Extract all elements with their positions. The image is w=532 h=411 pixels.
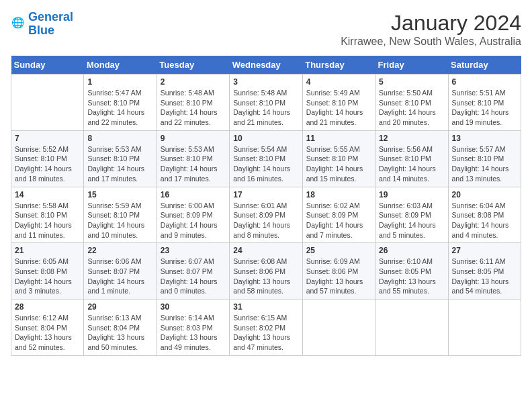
day-number: 15 [87,190,152,199]
day-number: 14 [15,190,80,199]
day-number: 25 [306,246,371,255]
calendar-day-cell: 2Sunrise: 5:48 AM Sunset: 8:10 PM Daylig… [157,75,229,131]
day-number: 2 [161,77,226,87]
day-number: 8 [87,134,152,143]
day-info: Sunrise: 6:15 AM Sunset: 8:02 PM Dayligh… [233,313,298,353]
day-info: Sunrise: 5:50 AM Sunset: 8:10 PM Dayligh… [379,88,444,128]
header-monday: Monday [84,56,157,75]
header-tuesday: Tuesday [157,56,229,75]
calendar-day-cell: 13Sunrise: 5:57 AM Sunset: 8:10 PM Dayli… [448,130,521,187]
day-number: 6 [452,77,517,87]
header: 🌐 General Blue January 2024 Kirrawee, Ne… [11,11,521,48]
location-subtitle: Kirrawee, New South Wales, Australia [341,36,521,48]
day-info: Sunrise: 6:04 AM Sunset: 8:08 PM Dayligh… [452,201,517,240]
day-number: 11 [306,134,371,143]
day-number: 27 [452,246,517,255]
day-number: 12 [379,134,444,143]
calendar-day-cell: 12Sunrise: 5:56 AM Sunset: 8:10 PM Dayli… [375,130,448,187]
svg-text:🌐: 🌐 [11,16,25,29]
day-info: Sunrise: 6:01 AM Sunset: 8:09 PM Dayligh… [233,201,298,240]
calendar-day-cell: 17Sunrise: 6:01 AM Sunset: 8:09 PM Dayli… [230,187,302,243]
calendar-day-cell: 5Sunrise: 5:50 AM Sunset: 8:10 PM Daylig… [375,75,448,131]
day-number: 4 [306,77,371,87]
day-number: 29 [87,302,152,312]
day-number: 1 [87,77,152,87]
day-info: Sunrise: 6:02 AM Sunset: 8:09 PM Dayligh… [306,201,371,240]
day-number: 30 [161,302,226,312]
day-info: Sunrise: 6:08 AM Sunset: 8:06 PM Dayligh… [233,257,298,296]
day-info: Sunrise: 5:51 AM Sunset: 8:10 PM Dayligh… [452,88,517,128]
day-number: 16 [161,190,226,199]
calendar-day-cell [302,300,375,356]
header-thursday: Thursday [302,56,375,75]
calendar-day-cell: 26Sunrise: 6:10 AM Sunset: 8:05 PM Dayli… [375,243,448,300]
day-info: Sunrise: 5:55 AM Sunset: 8:10 PM Dayligh… [306,144,371,184]
day-number: 10 [233,134,298,143]
day-number: 22 [87,246,152,255]
calendar-day-cell: 31Sunrise: 6:15 AM Sunset: 8:02 PM Dayli… [230,300,302,356]
day-info: Sunrise: 5:47 AM Sunset: 8:10 PM Dayligh… [87,88,152,128]
day-info: Sunrise: 6:09 AM Sunset: 8:06 PM Dayligh… [306,257,371,296]
calendar-day-cell: 30Sunrise: 6:14 AM Sunset: 8:03 PM Dayli… [157,300,229,356]
day-info: Sunrise: 6:10 AM Sunset: 8:05 PM Dayligh… [379,257,444,296]
header-wednesday: Wednesday [230,56,302,75]
calendar-day-cell: 14Sunrise: 5:58 AM Sunset: 8:10 PM Dayli… [11,187,84,243]
day-number: 20 [452,190,517,199]
day-number: 31 [233,302,298,312]
day-number: 26 [379,246,444,255]
calendar-day-cell: 11Sunrise: 5:55 AM Sunset: 8:10 PM Dayli… [302,130,375,187]
calendar-week-row: 1Sunrise: 5:47 AM Sunset: 8:10 PM Daylig… [11,75,521,131]
day-number: 17 [233,190,298,199]
calendar-day-cell: 29Sunrise: 6:13 AM Sunset: 8:04 PM Dayli… [84,300,157,356]
day-info: Sunrise: 6:06 AM Sunset: 8:07 PM Dayligh… [87,257,152,296]
day-number: 18 [306,190,371,199]
calendar-day-cell: 6Sunrise: 5:51 AM Sunset: 8:10 PM Daylig… [448,75,521,131]
calendar-day-cell: 18Sunrise: 6:02 AM Sunset: 8:09 PM Dayli… [302,187,375,243]
day-number: 28 [15,302,80,312]
day-info: Sunrise: 5:54 AM Sunset: 8:10 PM Dayligh… [233,144,298,184]
calendar-week-row: 28Sunrise: 6:12 AM Sunset: 8:04 PM Dayli… [11,300,521,356]
logo-line2: Blue [28,24,73,38]
day-info: Sunrise: 5:52 AM Sunset: 8:10 PM Dayligh… [15,144,80,184]
day-info: Sunrise: 6:03 AM Sunset: 8:09 PM Dayligh… [379,201,444,240]
day-number: 19 [379,190,444,199]
calendar-day-cell: 23Sunrise: 6:07 AM Sunset: 8:07 PM Dayli… [157,243,229,300]
day-number: 23 [161,246,226,255]
day-info: Sunrise: 6:05 AM Sunset: 8:08 PM Dayligh… [15,257,80,296]
day-info: Sunrise: 6:14 AM Sunset: 8:03 PM Dayligh… [161,313,226,353]
calendar-table: SundayMondayTuesdayWednesdayThursdayFrid… [11,56,521,356]
calendar-day-cell: 4Sunrise: 5:49 AM Sunset: 8:10 PM Daylig… [302,75,375,131]
header-friday: Friday [375,56,448,75]
day-number: 24 [233,246,298,255]
day-info: Sunrise: 5:57 AM Sunset: 8:10 PM Dayligh… [452,144,517,184]
header-sunday: Sunday [11,56,84,75]
day-info: Sunrise: 6:07 AM Sunset: 8:07 PM Dayligh… [161,257,226,296]
calendar-day-cell: 16Sunrise: 6:00 AM Sunset: 8:09 PM Dayli… [157,187,229,243]
month-title: January 2024 [341,11,521,36]
day-info: Sunrise: 5:48 AM Sunset: 8:10 PM Dayligh… [233,88,298,128]
calendar-week-row: 21Sunrise: 6:05 AM Sunset: 8:08 PM Dayli… [11,243,521,300]
calendar-day-cell: 22Sunrise: 6:06 AM Sunset: 8:07 PM Dayli… [84,243,157,300]
day-info: Sunrise: 5:59 AM Sunset: 8:10 PM Dayligh… [87,201,152,240]
calendar-day-cell: 15Sunrise: 5:59 AM Sunset: 8:10 PM Dayli… [84,187,157,243]
title-area: January 2024 Kirrawee, New South Wales, … [341,11,521,48]
calendar-day-cell [448,300,521,356]
day-number: 21 [15,246,80,255]
calendar-day-cell: 10Sunrise: 5:54 AM Sunset: 8:10 PM Dayli… [230,130,302,187]
calendar-day-cell: 7Sunrise: 5:52 AM Sunset: 8:10 PM Daylig… [11,130,84,187]
day-info: Sunrise: 6:11 AM Sunset: 8:05 PM Dayligh… [452,257,517,296]
day-number: 9 [161,134,226,143]
day-number: 5 [379,77,444,87]
day-info: Sunrise: 5:53 AM Sunset: 8:10 PM Dayligh… [161,144,226,184]
day-info: Sunrise: 5:58 AM Sunset: 8:10 PM Dayligh… [15,201,80,240]
logo-line1: General [28,10,73,24]
calendar-day-cell: 20Sunrise: 6:04 AM Sunset: 8:08 PM Dayli… [448,187,521,243]
calendar-week-row: 14Sunrise: 5:58 AM Sunset: 8:10 PM Dayli… [11,187,521,243]
calendar-day-cell: 28Sunrise: 6:12 AM Sunset: 8:04 PM Dayli… [11,300,84,356]
day-number: 13 [452,134,517,143]
day-info: Sunrise: 6:00 AM Sunset: 8:09 PM Dayligh… [161,201,226,240]
calendar-day-cell: 21Sunrise: 6:05 AM Sunset: 8:08 PM Dayli… [11,243,84,300]
logo-text: General Blue [28,11,73,38]
calendar-day-cell: 24Sunrise: 6:08 AM Sunset: 8:06 PM Dayli… [230,243,302,300]
calendar-day-cell [375,300,448,356]
